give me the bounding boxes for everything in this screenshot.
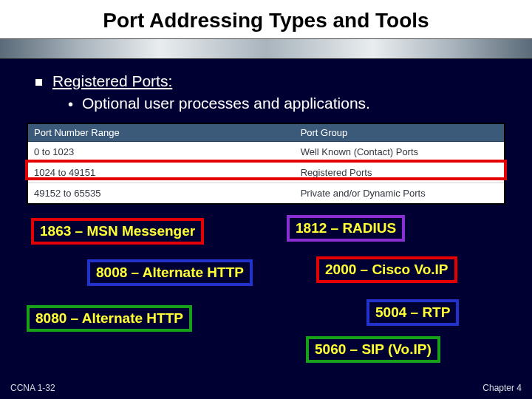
bullet-marker-dot: • xyxy=(68,95,73,114)
title-separator-band xyxy=(0,38,532,59)
table-row: 49152 to 65535 Private and/or Dynamic Po… xyxy=(28,183,504,204)
port-tag: 1863 – MSN Messenger xyxy=(31,218,204,245)
slide-title: Port Addressing Types and Tools xyxy=(0,0,532,38)
footer-left: CCNA 1-32 xyxy=(10,383,55,393)
port-tag: 1812 – RADIUS xyxy=(287,215,405,242)
bullet-level1-text: Registered Ports: xyxy=(52,72,172,90)
cell-group: Registered Ports xyxy=(295,163,504,183)
port-tag: 8080 – Alternate HTTP xyxy=(27,305,192,332)
bullet-list: Registered Ports: • Optional user proces… xyxy=(0,59,532,114)
bullet-level1: Registered Ports: xyxy=(35,72,532,90)
cell-range: 0 to 1023 xyxy=(28,142,295,163)
table-row: 1024 to 49151 Registered Ports xyxy=(28,163,504,183)
port-tag: 5004 – RTP xyxy=(366,299,459,326)
cell-group: Private and/or Dynamic Ports xyxy=(295,183,504,204)
port-tag: 5060 – SIP (Vo.IP) xyxy=(306,336,440,363)
port-tag: 2000 – Cisco Vo.IP xyxy=(316,256,457,283)
table-header-row: Port Number Range Port Group xyxy=(28,124,504,142)
slide: Port Addressing Types and Tools Register… xyxy=(0,0,532,399)
bullet-level2-text: Optional user processes and applications… xyxy=(82,95,370,112)
col-header-range: Port Number Range xyxy=(28,124,295,142)
cell-range: 49152 to 65535 xyxy=(28,183,295,204)
port-table: Port Number Range Port Group 0 to 1023 W… xyxy=(28,124,504,203)
footer-right: Chapter 4 xyxy=(482,383,522,393)
bullet-level2: • Optional user processes and applicatio… xyxy=(68,95,532,114)
table-row: 0 to 1023 Well Known (Contact) Ports xyxy=(28,142,504,163)
port-tags-area: 1863 – MSN Messenger 1812 – RADIUS 8008 … xyxy=(0,218,532,373)
cell-group: Well Known (Contact) Ports xyxy=(295,142,504,163)
port-table-container: Port Number Range Port Group 0 to 1023 W… xyxy=(27,123,505,205)
port-tag: 8008 – Alternate HTTP xyxy=(87,259,253,286)
cell-range: 1024 to 49151 xyxy=(28,163,295,183)
col-header-group: Port Group xyxy=(295,124,504,142)
bullet-marker-square xyxy=(35,79,42,86)
